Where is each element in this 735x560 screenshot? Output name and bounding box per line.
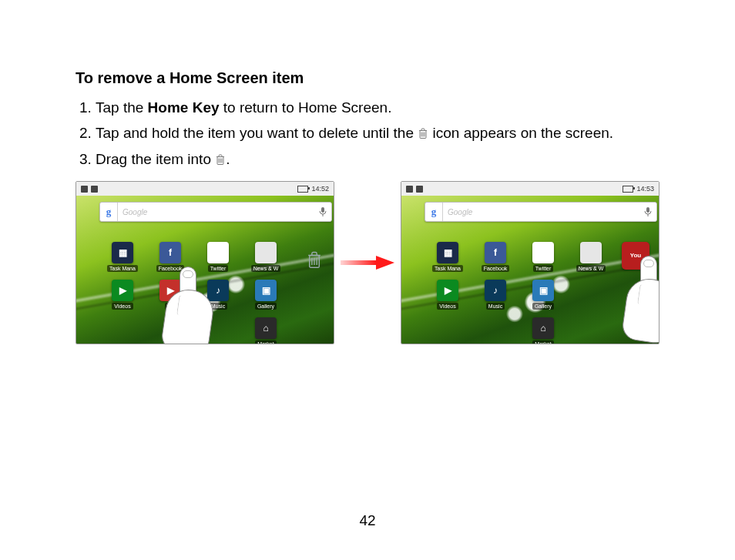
app-icon[interactable]: fFacebook bbox=[478, 242, 512, 272]
status-icon bbox=[81, 186, 88, 193]
battery-icon bbox=[297, 186, 308, 193]
app-label: Task Mana bbox=[107, 265, 138, 272]
app-label: Yo bbox=[165, 303, 176, 310]
status-icon bbox=[406, 186, 413, 193]
app-label: Task Mana bbox=[432, 265, 463, 272]
step-1: Tap the Home Key to return to Home Scree… bbox=[96, 96, 659, 119]
screenshot-before: 14:52 g Google ▦Task ManafFacebooktTwitt… bbox=[76, 181, 334, 344]
app-label: Market bbox=[255, 340, 276, 344]
app-label: Gallery bbox=[255, 303, 277, 310]
app-row: ▦Task ManafFacebooktTwitterNews & W bbox=[431, 242, 631, 272]
mic-icon[interactable] bbox=[639, 206, 656, 217]
app-label: Facebook bbox=[482, 265, 510, 272]
app-icon[interactable]: News & W bbox=[574, 242, 608, 272]
app-icon[interactable]: fFacebook bbox=[153, 242, 187, 272]
mic-icon[interactable] bbox=[314, 206, 331, 217]
app-row: ⌂Market bbox=[249, 317, 306, 344]
screenshot-after: 14:53 g Google ▦Task ManafFacebooktTwitt… bbox=[401, 181, 659, 344]
app-label: Music bbox=[209, 303, 227, 310]
app-icon[interactable]: ▣Gallery bbox=[526, 280, 560, 310]
status-right: 14:53 bbox=[623, 185, 654, 193]
app-glyph-icon: ▣ bbox=[255, 280, 277, 301]
step-1-text-a: Tap the bbox=[96, 99, 148, 116]
google-icon: g bbox=[425, 203, 443, 221]
app-icon[interactable]: ▦Task Mana bbox=[431, 242, 465, 272]
dragged-app-icon[interactable]: You bbox=[622, 242, 649, 270]
app-icon[interactable]: ▦Task Mana bbox=[106, 242, 139, 272]
app-label: Market bbox=[532, 340, 553, 344]
step-2-text-a: Tap and hold the item you want to delete… bbox=[96, 125, 418, 141]
app-icon[interactable]: ▣Gallery bbox=[249, 280, 283, 310]
step-3: Drag the item into . bbox=[96, 148, 659, 170]
app-label: News & W bbox=[251, 265, 281, 272]
app-icon[interactable]: ▶Videos bbox=[431, 280, 465, 310]
app-glyph-icon: ⌂ bbox=[532, 317, 554, 339]
status-right: 14:52 bbox=[297, 185, 329, 193]
app-row: ▶Videos▶Yo♪Music▣Gallery bbox=[106, 280, 306, 310]
app-label: News & W bbox=[576, 265, 606, 272]
app-grid: ▦Task ManafFacebooktTwitterNews & W ▶Vid… bbox=[431, 242, 631, 344]
app-glyph-icon: t bbox=[532, 242, 554, 263]
app-glyph-icon: ⌂ bbox=[255, 317, 277, 339]
app-glyph-icon: ▶ bbox=[159, 280, 181, 301]
app-icon[interactable]: ▶Yo bbox=[153, 280, 187, 310]
step-1-text-b: to return to Home Screen. bbox=[220, 99, 392, 116]
figure-row: 14:52 g Google ▦Task ManafFacebooktTwitt… bbox=[76, 181, 659, 344]
app-glyph-icon: f bbox=[485, 242, 506, 263]
status-bar: 14:52 bbox=[76, 182, 334, 196]
app-glyph-icon: ▦ bbox=[112, 242, 133, 263]
search-placeholder: Google bbox=[118, 208, 314, 216]
app-glyph-icon bbox=[580, 242, 602, 263]
app-label: Videos bbox=[112, 303, 133, 310]
app-icon[interactable]: News & W bbox=[249, 242, 283, 272]
app-icon[interactable]: tTwitter bbox=[526, 242, 560, 272]
app-icon[interactable]: ▶Videos bbox=[106, 280, 139, 310]
svg-rect-14 bbox=[341, 260, 376, 265]
status-bar: 14:53 bbox=[401, 182, 659, 196]
status-left bbox=[406, 186, 423, 193]
instruction-list: Tap the Home Key to return to Home Scree… bbox=[76, 96, 659, 170]
app-row: ⌂Market bbox=[526, 317, 631, 344]
app-glyph-icon: ▦ bbox=[437, 242, 458, 263]
app-glyph-icon: ▣ bbox=[532, 280, 554, 301]
manual-page: To remove a Home Screen item Tap the Hom… bbox=[0, 0, 735, 560]
trash-icon bbox=[418, 127, 428, 139]
app-label: Music bbox=[486, 303, 505, 310]
app-glyph-icon: t bbox=[207, 242, 229, 263]
app-label: Twitter bbox=[533, 265, 554, 272]
home-trash-icon[interactable] bbox=[306, 250, 323, 273]
search-bar[interactable]: g Google bbox=[425, 202, 657, 222]
status-time: 14:53 bbox=[636, 185, 654, 193]
svg-rect-8 bbox=[321, 207, 324, 213]
app-label: Facebook bbox=[156, 265, 185, 272]
app-icon[interactable]: ⌂Market bbox=[526, 317, 560, 344]
svg-rect-16 bbox=[646, 207, 649, 213]
app-glyph-icon bbox=[255, 242, 277, 263]
step-2: Tap and hold the item you want to delete… bbox=[96, 122, 659, 144]
step-2-text-b: icon appears on the screen. bbox=[433, 125, 614, 141]
dragged-app-label: You bbox=[630, 253, 642, 259]
step-3-text-b: . bbox=[226, 151, 230, 167]
status-time: 14:52 bbox=[311, 185, 329, 193]
search-bar[interactable]: g Google bbox=[99, 202, 332, 222]
trash-icon bbox=[215, 153, 226, 166]
app-grid: ▦Task ManafFacebooktTwitterNews & W ▶Vid… bbox=[106, 242, 306, 344]
search-placeholder: Google bbox=[443, 208, 639, 216]
status-icon bbox=[91, 186, 98, 193]
app-icon[interactable]: ♪Music bbox=[478, 280, 512, 310]
section-heading: To remove a Home Screen item bbox=[76, 69, 659, 87]
app-icon[interactable]: tTwitter bbox=[201, 242, 235, 272]
svg-marker-15 bbox=[376, 256, 394, 270]
page-number: 42 bbox=[0, 512, 735, 529]
app-label: Videos bbox=[437, 303, 458, 310]
app-icon[interactable]: ⌂Market bbox=[249, 317, 283, 344]
status-left bbox=[81, 186, 98, 193]
app-label: Twitter bbox=[208, 265, 229, 272]
app-glyph-icon: ♪ bbox=[485, 280, 506, 301]
app-icon[interactable]: ♪Music bbox=[201, 280, 235, 310]
app-row: ▦Task ManafFacebooktTwitterNews & W bbox=[106, 242, 306, 272]
status-icon bbox=[416, 186, 423, 193]
step-3-text-a: Drag the item into bbox=[96, 151, 215, 167]
app-row: ▶Videos♪Music▣Gallery bbox=[431, 280, 631, 310]
app-glyph-icon: f bbox=[159, 242, 181, 263]
